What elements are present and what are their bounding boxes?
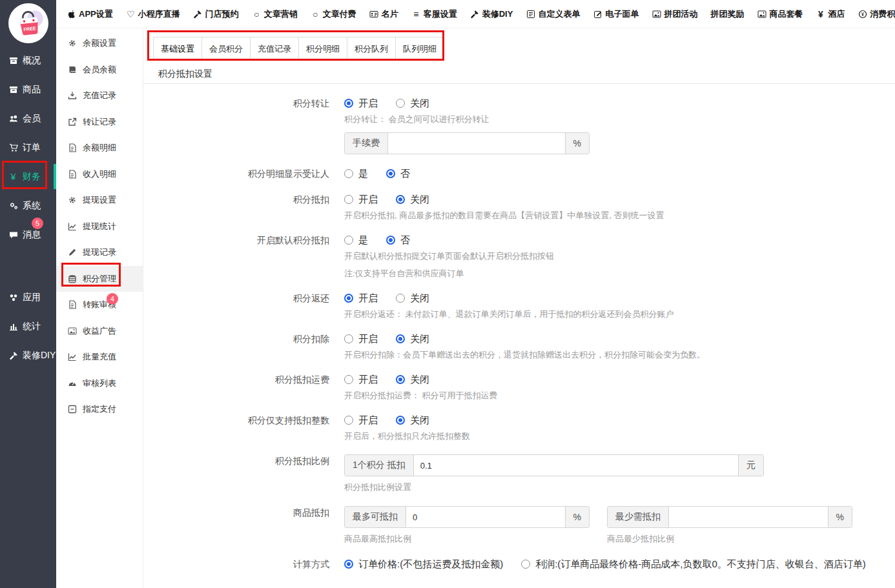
- form-row-control: 订单价格:(不包括运费及抵扣金额)利润:(订单商品最终价格-商品成本,负数取0。…: [344, 558, 895, 571]
- radio-option[interactable]: 关闭: [396, 333, 429, 345]
- sidebar-item-会员[interactable]: 会员: [0, 104, 56, 133]
- tab-队列明细[interactable]: 队列明细: [395, 37, 444, 61]
- radio-option[interactable]: 关闭: [396, 194, 429, 206]
- sidebar-item-财务[interactable]: ¥财务: [0, 162, 56, 191]
- submenu-item-批量充值[interactable]: 批量充值: [56, 344, 143, 370]
- radio-option[interactable]: 关闭: [396, 97, 429, 110]
- submenu-item-余额明细[interactable]: 余额明细: [56, 135, 143, 161]
- top-nav-item-酒店[interactable]: ¥酒店: [816, 8, 845, 20]
- tab-会员积分[interactable]: 会员积分: [201, 37, 251, 61]
- notification-badge: 5: [32, 218, 43, 229]
- submenu-item-会员余额[interactable]: 会员余额: [56, 57, 143, 83]
- radio-unchecked-icon[interactable]: [396, 99, 405, 108]
- submenu-item-余额设置[interactable]: 余额设置: [56, 30, 143, 57]
- radio-unchecked-icon[interactable]: [344, 195, 353, 204]
- radio-checked-icon[interactable]: [344, 294, 353, 303]
- radio-option[interactable]: 利润:(订单商品最终价格-商品成本,负数取0。不支持门店、收银台、酒店订单): [521, 558, 866, 571]
- sidebar-item-统计[interactable]: 统计: [0, 312, 56, 341]
- radio-option-label: 开启: [358, 333, 378, 345]
- radio-unchecked-icon[interactable]: [344, 236, 353, 245]
- top-nav-item-商品套餐[interactable]: 商品套餐: [757, 8, 803, 20]
- top-nav-item-拼团活动[interactable]: 拼团活动: [652, 8, 697, 20]
- radio-option[interactable]: 关闭: [396, 374, 429, 386]
- submenu-item-审核列表[interactable]: 审核列表: [56, 370, 143, 397]
- radio-option[interactable]: 开启: [344, 292, 378, 305]
- sidebar-item-装修DIY[interactable]: 装修DIY: [0, 341, 56, 370]
- radio-checked-icon[interactable]: [386, 236, 395, 245]
- app-logo[interactable]: FREE: [8, 3, 48, 43]
- radio-unchecked-icon[interactable]: [344, 334, 353, 343]
- submenu-item-指定支付[interactable]: 指定支付: [56, 396, 143, 423]
- section-title: 积分抵扣设置: [158, 67, 895, 80]
- input-suffix-label: %: [565, 507, 589, 527]
- radio-option[interactable]: 开启: [344, 194, 378, 206]
- submenu-item-收入明细[interactable]: 收入明细: [56, 161, 143, 188]
- radio-option[interactable]: 开启: [344, 414, 378, 427]
- file-icon: [67, 169, 77, 179]
- radio-option[interactable]: 订单价格:(不包括运费及抵扣金额): [344, 558, 503, 571]
- submenu-item-label: 积分管理: [83, 273, 116, 285]
- top-nav-item-装修DIY[interactable]: 装修DIY: [470, 8, 513, 20]
- radio-option[interactable]: 是: [344, 168, 368, 180]
- submenu-item-收益广告[interactable]: 收益广告: [56, 318, 143, 345]
- top-nav-item-电子面单[interactable]: 电子面单: [593, 8, 639, 20]
- sidebar-item-订单[interactable]: 订单: [0, 133, 56, 162]
- submenu-item-积分管理[interactable]: 积分管理: [56, 266, 143, 292]
- text-input[interactable]: [388, 133, 565, 154]
- top-nav-item-文章营销[interactable]: ○文章营销: [252, 8, 298, 20]
- sidebar-item-系统[interactable]: 系统: [0, 191, 56, 220]
- radio-group: 开启关闭: [344, 414, 895, 427]
- radio-option[interactable]: 否: [386, 168, 410, 180]
- top-nav-item-自定义表单[interactable]: 自定义表单: [526, 8, 580, 20]
- sidebar-item-应用[interactable]: 应用: [0, 283, 56, 312]
- top-nav-item-名片[interactable]: 名片: [369, 8, 398, 20]
- submenu-item-提现统计[interactable]: 提现统计: [56, 214, 143, 240]
- text-input[interactable]: [406, 507, 565, 527]
- top-nav-item-APP设置[interactable]: APP设置: [67, 8, 113, 20]
- radio-checked-icon[interactable]: [396, 195, 405, 204]
- radio-unchecked-icon[interactable]: [344, 375, 353, 384]
- radio-unchecked-icon[interactable]: [344, 416, 353, 425]
- top-nav-item-消费积分[interactable]: 消费积分: [858, 8, 895, 20]
- radio-checked-icon[interactable]: [396, 375, 405, 384]
- tab-基础设置[interactable]: 基础设置: [153, 37, 202, 61]
- radio-checked-icon[interactable]: [396, 416, 405, 425]
- top-nav-item-label: 文章付费: [323, 8, 356, 20]
- radio-option[interactable]: 开启: [344, 374, 378, 386]
- text-input[interactable]: [414, 455, 738, 476]
- radio-checked-icon[interactable]: [344, 560, 353, 569]
- radio-unchecked-icon[interactable]: [521, 560, 530, 569]
- tab-充值记录[interactable]: 充值记录: [250, 37, 299, 61]
- radio-unchecked-icon[interactable]: [396, 294, 405, 303]
- radio-option-label: 开启: [358, 292, 378, 305]
- top-nav-item-门店预约[interactable]: 门店预约: [193, 8, 239, 20]
- top-nav-item-小程序直播[interactable]: ♡小程序直播: [126, 8, 180, 20]
- submenu-item-充值记录[interactable]: 充值记录: [56, 83, 143, 109]
- radio-option[interactable]: 开启: [344, 97, 378, 110]
- radio-option[interactable]: 否: [386, 234, 410, 247]
- chart-line-icon: [67, 352, 77, 362]
- radio-option[interactable]: 是: [344, 234, 368, 247]
- tab-积分队列[interactable]: 积分队列: [347, 37, 396, 61]
- radio-checked-icon[interactable]: [396, 334, 405, 343]
- text-input[interactable]: [669, 507, 828, 527]
- sidebar-item-概况[interactable]: 概况: [0, 46, 56, 75]
- submenu-item-提现设置[interactable]: 提现设置: [56, 187, 143, 214]
- sidebar-item-label: 系统: [23, 200, 41, 212]
- radio-option[interactable]: 关闭: [396, 292, 429, 305]
- radio-option[interactable]: 关闭: [396, 414, 429, 427]
- radio-checked-icon[interactable]: [386, 169, 395, 178]
- top-nav-item-客服设置[interactable]: ≡客服设置: [411, 8, 457, 20]
- top-nav-item-文章付费[interactable]: ○文章付费: [311, 8, 356, 20]
- radio-option[interactable]: 开启: [344, 333, 378, 345]
- top-nav-item-拼团奖励[interactable]: 拼团奖励: [710, 8, 744, 20]
- radio-unchecked-icon[interactable]: [344, 169, 353, 178]
- gear-icon: [67, 39, 77, 48]
- sidebar-item-消息[interactable]: 消息5: [0, 220, 56, 249]
- submenu-item-转让记录[interactable]: 转让记录: [56, 109, 143, 136]
- submenu-item-转账审核[interactable]: 转账审核4: [56, 292, 143, 318]
- submenu-item-提现记录[interactable]: 提现记录: [56, 239, 143, 266]
- tab-积分明细[interactable]: 积分明细: [298, 37, 347, 61]
- sidebar-item-商品[interactable]: 商品: [0, 75, 56, 104]
- radio-checked-icon[interactable]: [344, 99, 353, 108]
